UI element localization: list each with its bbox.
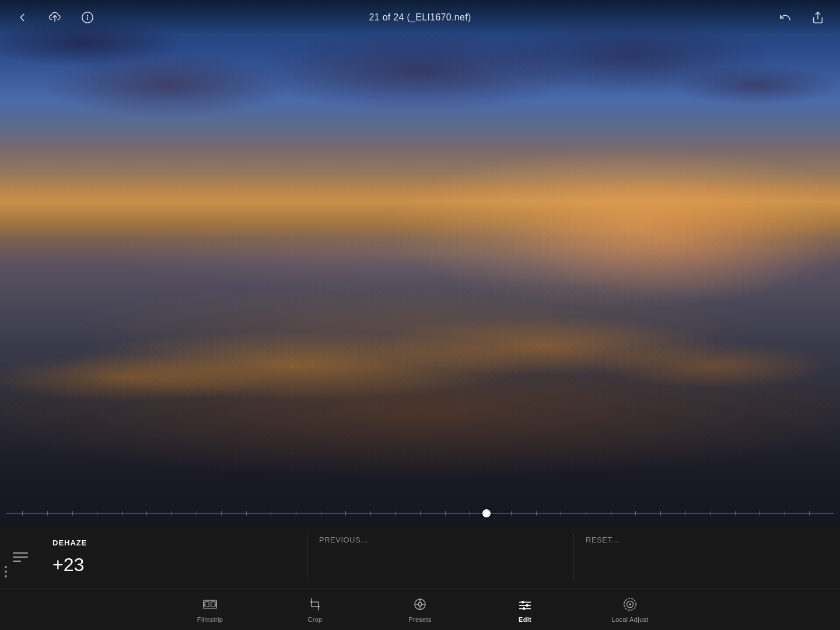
previous-button[interactable]: PREVIOUS... (307, 525, 573, 589)
toolbar-edit[interactable]: Edit (473, 589, 578, 630)
svg-rect-7 (211, 602, 215, 607)
dehaze-label: DEHAZE (52, 538, 295, 547)
svg-point-23 (522, 601, 524, 604)
presets-label: Presets (408, 616, 431, 623)
top-navigation: 21 of 24 (_ELI1670.nef) (0, 0, 840, 35)
hamburger-icon (13, 552, 28, 562)
left-context-menu[interactable] (5, 566, 7, 578)
dot-1 (5, 566, 7, 568)
hamburger-menu-button[interactable] (0, 525, 41, 589)
svg-rect-6 (205, 602, 209, 607)
svg-point-28 (629, 603, 631, 606)
info-button[interactable] (77, 7, 98, 28)
svg-point-24 (526, 604, 528, 607)
edit-label: Edit (519, 616, 531, 623)
presets-icon (412, 596, 428, 612)
crop-icon (307, 596, 323, 612)
share-button[interactable] (807, 7, 828, 28)
controls-row: DEHAZE +23 PREVIOUS... RESET... (0, 525, 840, 589)
scrubber-track[interactable] (6, 513, 834, 514)
svg-point-15 (418, 603, 422, 606)
local-adjust-label: Local Adjust (612, 616, 649, 623)
dot-2 (5, 570, 7, 573)
dehaze-section: DEHAZE +23 (41, 525, 307, 589)
toolbar-crop[interactable]: Crop (262, 589, 368, 630)
top-nav-left (12, 7, 98, 28)
reset-button[interactable]: RESET... (574, 525, 840, 589)
local-adjust-icon (622, 596, 638, 612)
photo-title: 21 of 24 (_ELI1670.nef) (369, 12, 471, 23)
toolbar-filmstrip[interactable]: Filmstrip (158, 589, 262, 630)
toolbar-local-adjust[interactable]: Local Adjust (578, 589, 682, 630)
dot-3 (5, 575, 7, 578)
edit-icon (517, 596, 533, 612)
undo-button[interactable] (775, 7, 796, 28)
reset-label: RESET... (586, 536, 619, 544)
dehaze-value: +23 (52, 554, 295, 576)
bottom-panel: DEHAZE +23 PREVIOUS... RESET... (0, 525, 840, 630)
cloud-upload-button[interactable] (44, 7, 65, 28)
top-nav-right (775, 7, 828, 28)
svg-point-25 (523, 607, 526, 610)
previous-label: PREVIOUS... (319, 536, 368, 544)
crop-label: Crop (307, 616, 322, 623)
scrubber-handle[interactable] (482, 509, 491, 517)
scrubber-bar[interactable] (0, 502, 840, 525)
filmstrip-icon (202, 596, 218, 612)
back-button[interactable] (12, 7, 33, 28)
bottom-toolbar: Filmstrip Crop (0, 589, 840, 630)
toolbar-presets[interactable]: Presets (368, 589, 473, 630)
filmstrip-label: Filmstrip (197, 616, 223, 623)
